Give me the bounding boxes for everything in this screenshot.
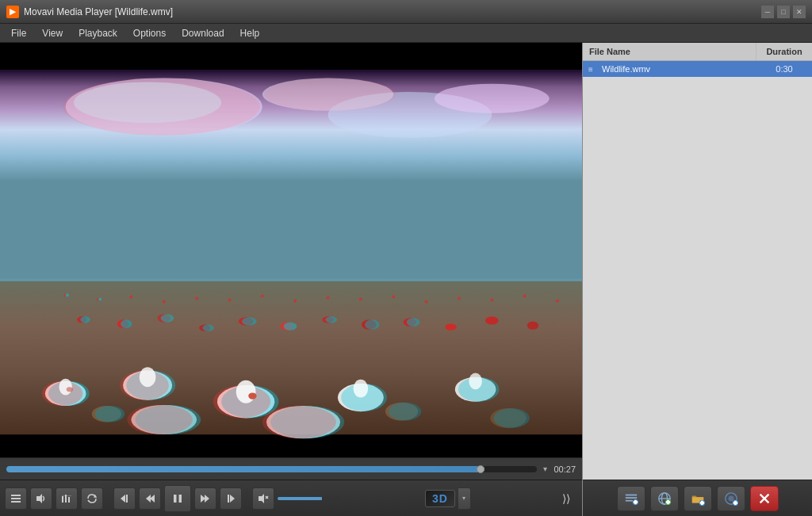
svg-point-28 bbox=[523, 294, 527, 297]
svg-point-26 bbox=[458, 296, 461, 300]
add-to-playlist-button[interactable] bbox=[617, 486, 645, 511]
video-area[interactable] bbox=[0, 43, 582, 457]
svg-point-45 bbox=[202, 325, 213, 331]
minimize-button[interactable]: ─ bbox=[761, 6, 774, 18]
remove-icon bbox=[757, 491, 772, 506]
title-text: Movavi Media Player [Wildlife.wmv] bbox=[24, 6, 761, 17]
expand-button[interactable]: ⟩⟩ bbox=[555, 487, 577, 510]
playlist-toggle-button[interactable] bbox=[5, 487, 27, 510]
title-bar: ▶ Movavi Media Player [Wildlife.wmv] ─ □… bbox=[0, 0, 812, 24]
svg-point-8 bbox=[63, 78, 260, 135]
svg-marker-102 bbox=[259, 494, 264, 503]
svg-point-19 bbox=[228, 298, 231, 301]
right-panel: File Name Duration ≡ Wildlife.wmv 0:30 bbox=[582, 43, 812, 516]
play-pause-button[interactable] bbox=[164, 485, 191, 512]
svg-rect-10 bbox=[0, 279, 582, 281]
volume-button[interactable] bbox=[30, 487, 52, 510]
svg-rect-85 bbox=[11, 501, 21, 503]
remove-button[interactable] bbox=[750, 486, 779, 511]
svg-point-9 bbox=[265, 78, 396, 110]
playlist-icon bbox=[10, 493, 21, 504]
svg-marker-100 bbox=[230, 495, 235, 503]
svg-point-18 bbox=[195, 296, 198, 300]
menu-playback[interactable]: Playback bbox=[71, 26, 125, 40]
svg-point-15 bbox=[98, 297, 102, 300]
rewind-button[interactable] bbox=[139, 487, 161, 510]
svg-point-59 bbox=[140, 367, 156, 387]
svg-point-70 bbox=[469, 373, 482, 390]
main-content: ▾ 00:27 bbox=[0, 43, 812, 516]
svg-marker-92 bbox=[121, 495, 125, 503]
seek-dropdown-icon[interactable]: ▾ bbox=[543, 464, 547, 473]
mode-dropdown-button[interactable]: ▾ bbox=[458, 487, 471, 510]
svg-marker-86 bbox=[36, 494, 42, 503]
svg-rect-97 bbox=[179, 495, 182, 503]
svg-point-25 bbox=[425, 300, 428, 304]
prev-frame-button[interactable] bbox=[113, 487, 136, 510]
rewind-icon bbox=[144, 493, 155, 504]
svg-point-48 bbox=[325, 316, 336, 323]
equalizer-icon bbox=[61, 493, 72, 504]
next-frame-icon bbox=[225, 493, 236, 504]
playlist-header: File Name Duration bbox=[583, 43, 812, 61]
three-d-badge[interactable]: 3D bbox=[425, 490, 455, 507]
menu-view[interactable]: View bbox=[34, 26, 71, 40]
svg-point-49 bbox=[365, 319, 380, 329]
volume-slider-container bbox=[278, 497, 341, 500]
svg-point-42 bbox=[445, 324, 456, 331]
rotate-button[interactable] bbox=[81, 487, 103, 510]
open-url-button[interactable] bbox=[650, 486, 679, 511]
close-button[interactable]: ✕ bbox=[793, 6, 806, 18]
seek-bar-fill bbox=[6, 466, 485, 472]
fast-forward-button[interactable] bbox=[194, 487, 216, 510]
svg-rect-101 bbox=[228, 495, 229, 503]
svg-point-17 bbox=[163, 300, 166, 304]
playlist-col-duration: Duration bbox=[756, 43, 812, 60]
svg-rect-107 bbox=[625, 499, 632, 501]
add-playlist-icon bbox=[624, 491, 638, 506]
mute-button[interactable] bbox=[252, 487, 274, 510]
svg-point-47 bbox=[284, 322, 297, 330]
menu-help[interactable]: Help bbox=[232, 26, 268, 40]
svg-rect-90 bbox=[62, 495, 71, 496]
playlist-item-duration: 0:30 bbox=[756, 64, 812, 74]
video-background bbox=[0, 43, 582, 457]
right-controls bbox=[583, 480, 812, 516]
svg-point-35 bbox=[161, 314, 174, 322]
separator-1 bbox=[108, 491, 109, 506]
svg-point-29 bbox=[556, 300, 559, 303]
open-folder-button[interactable] bbox=[684, 486, 712, 511]
svg-point-64 bbox=[248, 392, 256, 399]
folder-icon bbox=[691, 491, 705, 506]
menu-options[interactable]: Options bbox=[125, 26, 174, 40]
svg-point-23 bbox=[359, 297, 362, 300]
equalizer-button[interactable] bbox=[56, 487, 78, 510]
time-display: 00:27 bbox=[553, 464, 576, 474]
svg-point-73 bbox=[127, 405, 193, 434]
svg-point-33 bbox=[121, 319, 132, 327]
menu-download[interactable]: Download bbox=[174, 26, 232, 40]
maximize-button[interactable]: □ bbox=[777, 6, 790, 18]
svg-point-121 bbox=[728, 495, 733, 501]
speaker-icon bbox=[258, 493, 269, 504]
svg-rect-105 bbox=[625, 497, 636, 499]
volume-slider[interactable] bbox=[278, 497, 341, 500]
add-web-button[interactable] bbox=[717, 486, 745, 511]
playlist-item[interactable]: ≡ Wildlife.wmv 0:30 bbox=[583, 61, 812, 77]
menu-file[interactable]: File bbox=[3, 26, 34, 40]
svg-point-24 bbox=[392, 295, 395, 298]
svg-point-13 bbox=[66, 293, 69, 296]
svg-point-16 bbox=[129, 295, 132, 298]
svg-point-21 bbox=[293, 300, 297, 303]
svg-point-55 bbox=[67, 387, 73, 392]
svg-point-82 bbox=[493, 408, 529, 428]
video-canvas bbox=[0, 43, 582, 457]
svg-rect-110 bbox=[633, 501, 637, 503]
next-frame-button[interactable] bbox=[220, 487, 242, 510]
web-add-icon bbox=[724, 491, 738, 506]
svg-point-22 bbox=[326, 296, 329, 299]
seek-bar[interactable] bbox=[6, 466, 537, 472]
playlist-item-icon: ≡ bbox=[583, 65, 599, 74]
svg-point-44 bbox=[527, 321, 538, 329]
seek-bar-thumb[interactable] bbox=[477, 465, 485, 473]
